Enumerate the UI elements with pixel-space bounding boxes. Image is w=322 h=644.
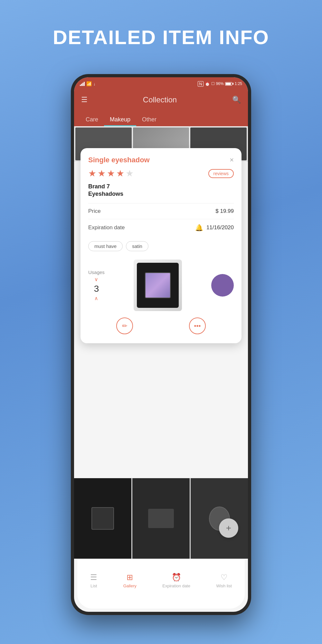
bar4: [84, 82, 85, 86]
bottom-nav: ☰ List ⊞ Gallery ⏰ Expiration date ♡ Wis…: [77, 559, 245, 609]
signal-bars: [80, 81, 85, 86]
expiration-value: 11/16/2020: [206, 224, 234, 231]
nfc-indicator: N: [198, 81, 203, 87]
usages-label: Usages: [88, 270, 105, 275]
nav-expiration[interactable]: ⏰ Expiration date: [162, 573, 190, 588]
fab-add-button[interactable]: +: [219, 518, 238, 538]
page-title: DETAILED ITEM INFO: [0, 0, 322, 62]
tag-must-have: must have: [88, 241, 123, 251]
product-image-inner: [137, 263, 179, 308]
eyeshadow-pan: [145, 272, 171, 298]
tab-care[interactable]: Care: [80, 113, 104, 126]
nav-gallery[interactable]: ⊞ Gallery: [123, 573, 137, 588]
status-bar: 📶 ↓ N ⏰ ☐ 96% 1:25: [74, 77, 248, 90]
phone-frame: 📶 ↓ N ⏰ ☐ 96% 1:25 ☰ Collection: [71, 74, 251, 615]
star-4: ★: [116, 168, 124, 179]
gallery-cell-1[interactable]: [74, 478, 131, 559]
wifi-icon: 📶: [86, 81, 92, 86]
gallery-cell-2-inner: [132, 478, 190, 559]
app-title: Collection: [143, 95, 177, 104]
tab-makeup[interactable]: Makeup: [104, 113, 136, 126]
fab-icon: +: [226, 523, 231, 533]
star-2: ★: [98, 168, 106, 179]
menu-button[interactable]: ☰: [81, 96, 88, 104]
bell-icon[interactable]: 🔔: [195, 224, 203, 232]
product-thumb-2: [148, 509, 174, 528]
status-left: 📶 ↓: [80, 81, 96, 86]
nav-wishlist[interactable]: ♡ Wish list: [216, 573, 232, 588]
tag-satin: satin: [126, 241, 148, 251]
product-thumb-1: [91, 507, 114, 530]
battery-body: [225, 82, 232, 86]
sim-icon: ☐: [211, 81, 215, 86]
modal-title: Single eyeshadow: [88, 156, 150, 164]
usage-number: 3: [94, 284, 99, 294]
gallery-nav-label: Gallery: [123, 583, 137, 588]
bar1: [80, 85, 81, 86]
list-nav-icon: ☰: [90, 573, 97, 582]
tab-other[interactable]: Other: [136, 113, 162, 126]
price-value: $ 19.99: [215, 208, 234, 214]
decrease-usage-button[interactable]: ∨: [94, 276, 98, 282]
price-label: Price: [88, 208, 101, 214]
bar2: [81, 84, 82, 86]
gallery-cell-3-inner: [191, 478, 248, 559]
gallery-cell-3[interactable]: [191, 478, 248, 559]
wishlist-nav-label: Wish list: [216, 583, 232, 588]
wishlist-nav-icon: ♡: [221, 573, 228, 582]
app-bar: ☰ Collection 🔍: [74, 90, 248, 109]
usage-image-row: Usages ∨ 3 ∧: [88, 260, 234, 311]
expiration-row: Expiration date 🔔 11/16/2020: [88, 219, 234, 236]
reviews-button[interactable]: reviews: [208, 169, 234, 178]
product-image: [134, 260, 182, 311]
modal-actions: ✏ •••: [88, 317, 234, 334]
rating-row: ★ ★ ★ ★ ★ reviews: [88, 168, 234, 179]
modal-header: Single eyeshadow ×: [88, 156, 234, 164]
more-icon: •••: [194, 322, 201, 330]
category-name: Eyeshadows: [88, 191, 234, 197]
edit-button[interactable]: ✏: [116, 317, 133, 334]
modal-close-button[interactable]: ×: [230, 156, 234, 164]
star-5: ★: [126, 168, 134, 179]
brand-name: Brand 7: [88, 183, 234, 190]
increase-usage-button[interactable]: ∧: [94, 295, 98, 301]
tags-row: must have satin: [88, 236, 234, 254]
usage-control: Usages ∨ 3 ∧: [88, 270, 105, 301]
price-row: Price $ 19.99: [88, 203, 234, 219]
star-3: ★: [107, 168, 115, 179]
bar3: [82, 83, 83, 86]
phone-inner: 📶 ↓ N ⏰ ☐ 96% 1:25 ☰ Collection: [74, 77, 248, 612]
alarm-icon: ⏰: [205, 81, 210, 86]
gallery-bottom: [74, 478, 248, 559]
status-right: N ⏰ ☐ 96% 1:25: [198, 81, 242, 87]
expiration-nav-icon: ⏰: [172, 573, 181, 582]
battery-icon: [225, 82, 233, 86]
search-button[interactable]: 🔍: [232, 96, 241, 104]
edit-icon: ✏: [122, 322, 128, 330]
tabs-bar: Care Makeup Other: [74, 109, 248, 126]
battery-tip: [232, 83, 233, 85]
nav-list[interactable]: ☰ List: [90, 573, 97, 588]
star-1: ★: [88, 168, 96, 179]
expiration-label: Expiration date: [88, 224, 125, 231]
battery-fill: [226, 83, 231, 85]
time-display: 1:25: [235, 81, 242, 86]
list-nav-label: List: [90, 583, 97, 588]
gallery-cell-2[interactable]: [132, 478, 190, 559]
expiration-right: 🔔 11/16/2020: [195, 224, 234, 232]
expiration-nav-label: Expiration date: [162, 583, 190, 588]
battery-percentage: 96%: [216, 81, 224, 86]
item-detail-modal: Single eyeshadow × ★ ★ ★ ★ ★ reviews Bra…: [80, 148, 242, 343]
gallery-nav-icon: ⊞: [127, 573, 133, 582]
more-options-button[interactable]: •••: [189, 317, 206, 334]
color-swatch: [211, 274, 234, 297]
gallery-cell-1-inner: [74, 478, 131, 559]
download-icon: ↓: [93, 81, 96, 86]
